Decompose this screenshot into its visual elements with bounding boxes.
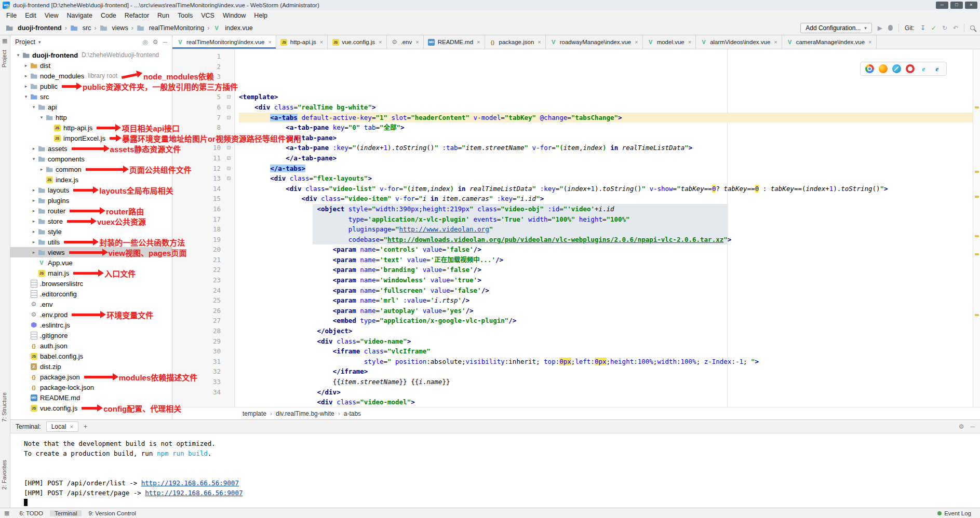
fold-marker[interactable]: [227, 95, 231, 99]
tree-item-http[interactable]: ▾http: [10, 112, 172, 122]
menu-refactor[interactable]: Refactor: [120, 12, 153, 19]
close-icon[interactable]: ×: [965, 2, 977, 9]
hide-panel-icon[interactable]: ─: [163, 38, 167, 46]
maximize-icon[interactable]: □: [950, 2, 963, 9]
code-line[interactable]: <template>: [239, 92, 980, 102]
tree-item-eslintrc-js[interactable]: .eslintrc.js: [10, 320, 172, 330]
opera-icon[interactable]: [906, 64, 915, 73]
tree-item-app-vue[interactable]: App.vue: [10, 257, 172, 268]
warning-mark[interactable]: [975, 106, 979, 108]
fold-marker[interactable]: [227, 176, 231, 180]
editor-tab-realtimemonitoring-index-vue[interactable]: realTimeMonitoring\index.vue×: [172, 35, 276, 49]
tree-item-api[interactable]: ▾api: [10, 102, 172, 112]
line-number[interactable]: 31: [172, 357, 234, 367]
code-line[interactable]: <div class="video-item" v-for="i in item…: [239, 194, 980, 204]
editor-tab-alarmvideos-index-vue[interactable]: alarmVideos\index.vue×: [696, 35, 782, 49]
terminal-output[interactable]: Note that the development build is not o…: [10, 433, 980, 508]
code-editor[interactable]: <template> <div class="realTime bg-white…: [235, 49, 980, 407]
menu-help[interactable]: Help: [250, 12, 272, 19]
menu-tools[interactable]: Tools: [173, 12, 197, 19]
tree-item-public[interactable]: ▸publicpublic资源文件夹，一般放引用的第三方插件: [10, 81, 172, 91]
fold-marker[interactable]: [227, 146, 231, 149]
tool-button-structure[interactable]: 7: Structure: [1, 392, 7, 422]
terminal-tab-local[interactable]: Local ×: [46, 421, 78, 432]
tree-item-env[interactable]: .env: [10, 299, 172, 309]
tree-item-main-js[interactable]: main.js入口文件: [10, 268, 172, 278]
warning-mark[interactable]: [975, 196, 979, 198]
ie-icon[interactable]: [919, 64, 928, 73]
line-number[interactable]: 18: [172, 224, 234, 235]
line-number[interactable]: 34: [172, 387, 234, 398]
code-line[interactable]: <a-tabs default-active-key="1" slot="hea…: [239, 113, 980, 123]
line-number[interactable]: 7: [172, 113, 234, 123]
breadcrumb-item-index-vue[interactable]: index.vue: [212, 24, 253, 32]
tree-item-store[interactable]: ▸storevuex公共资源: [10, 216, 172, 226]
menu-edit[interactable]: Edit: [21, 12, 41, 19]
chrome-icon[interactable]: [865, 64, 874, 73]
code-line[interactable]: <param name='mrl' :value='i.rtsp'/>: [239, 295, 980, 306]
code-line[interactable]: <div class="video-list" v-for="(item,ind…: [239, 184, 980, 194]
warning-mark[interactable]: [975, 235, 979, 237]
warning-mark[interactable]: [975, 314, 979, 316]
line-number[interactable]: 17: [172, 214, 234, 225]
tree-item-babel-config-js[interactable]: babel.config.js: [10, 351, 172, 361]
code-line[interactable]: </a-tab-pane>: [239, 153, 980, 163]
tree-item-dist-zip[interactable]: dist.zip: [10, 361, 172, 372]
code-line[interactable]: <a-tab-pane :key="(index+1).toString()" …: [239, 143, 980, 153]
git-revert-icon[interactable]: ↶: [953, 25, 958, 31]
tree-item-src[interactable]: ▾src: [10, 91, 172, 102]
close-tab-icon[interactable]: ×: [538, 39, 541, 45]
line-number[interactable]: 25: [172, 295, 234, 306]
editor-tab-package-json[interactable]: package.json×: [485, 35, 546, 49]
breadcrumb-item-div-realtime-bg-white[interactable]: div.realTime.bg-white: [276, 410, 334, 417]
close-tab-icon[interactable]: ×: [774, 39, 777, 45]
tool-windows-icon[interactable]: ▦: [2, 37, 7, 44]
code-line[interactable]: <param name='text' value='正在加载视频中...'/>: [239, 255, 980, 265]
tree-item-duoji-frontend[interactable]: ▾duoji-frontendD:\zheheWeb\duoji-fronten…: [10, 50, 172, 60]
line-number[interactable]: 28: [172, 326, 234, 336]
code-line[interactable]: </object>: [239, 326, 980, 336]
close-tab-icon[interactable]: ×: [320, 39, 323, 45]
git-update-icon[interactable]: ↧: [920, 25, 925, 31]
tree-item-node-modules[interactable]: ▸node_moduleslibrary rootnode_modules依赖: [10, 71, 172, 81]
close-tab-icon[interactable]: ×: [635, 39, 638, 45]
line-number[interactable]: 23: [172, 275, 234, 285]
error-stripe[interactable]: [973, 49, 980, 407]
code-line[interactable]: <embed type="application/x-google-vlc-pl…: [239, 316, 980, 326]
tree-item-index-js[interactable]: index.js: [10, 174, 172, 185]
line-number[interactable]: 6: [172, 102, 234, 113]
terminal-link[interactable]: http://192.168.66.56:9007: [141, 479, 239, 487]
tree-item-readme-md[interactable]: README.md: [10, 392, 172, 403]
code-line[interactable]: type='application/x-vlc-plugin' events='…: [239, 214, 980, 225]
safari-icon[interactable]: [892, 64, 901, 73]
debug-icon[interactable]: [888, 25, 893, 31]
menu-view[interactable]: View: [41, 12, 63, 19]
code-line[interactable]: <param name='branding' value='false'/>: [239, 265, 980, 275]
code-line[interactable]: pluginspage="http://www.videolan.org": [239, 224, 980, 235]
close-tab-icon[interactable]: ×: [268, 39, 271, 45]
tree-item-assets[interactable]: ▸assetsassets静态资源文件: [10, 143, 172, 154]
fold-marker[interactable]: [227, 116, 231, 119]
tree-item-plugins[interactable]: ▸plugins: [10, 195, 172, 206]
line-number[interactable]: 29: [172, 336, 234, 347]
fold-marker[interactable]: [227, 167, 231, 170]
gear-icon[interactable]: ⚙: [153, 38, 158, 46]
tool-button-project[interactable]: Project: [1, 50, 7, 67]
tree-item-package-json[interactable]: package.jsonmodules依赖描述文件: [10, 372, 172, 382]
new-terminal-session-button[interactable]: +: [84, 422, 88, 430]
code-line[interactable]: <iframe class="vlcIframe": [239, 346, 980, 357]
line-number[interactable]: 15: [172, 194, 234, 204]
tool-window-switcher-icon[interactable]: ▦: [4, 510, 9, 516]
menu-navigate[interactable]: Navigate: [63, 12, 97, 19]
tree-item-views[interactable]: ▸viewsview视图、pages页面: [10, 247, 172, 257]
terminal-settings-icon[interactable]: ⚙: [959, 423, 964, 430]
editor-tab-readme-md[interactable]: README.md×: [424, 35, 485, 49]
tree-item-browserslistrc[interactable]: .browserslistrc: [10, 278, 172, 289]
tool-button-favorites[interactable]: 2: Favorites: [1, 460, 7, 489]
editor-tab-model-vue[interactable]: model.vue×: [643, 35, 696, 49]
breadcrumb-item-a-tabs[interactable]: a-tabs: [344, 410, 361, 417]
code-line[interactable]: style=" position:absolute;visibility:inh…: [239, 357, 980, 367]
editor-tab-cameramanage-index-vue[interactable]: cameraManage\index.vue×: [782, 35, 877, 49]
line-number[interactable]: 16: [172, 204, 234, 214]
code-line[interactable]: codebase="http://downloads.videolan.org/…: [239, 235, 980, 245]
